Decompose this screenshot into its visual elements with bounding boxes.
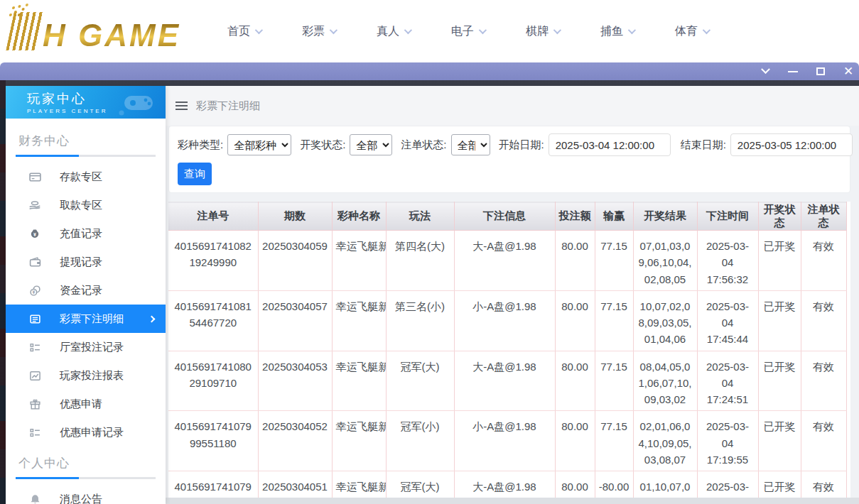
- sidebar-item-hall-bet-records[interactable]: 厅室投注记录: [6, 333, 166, 361]
- sidebar-item-label: 优惠申请: [60, 398, 102, 411]
- site-header: H GAME 首页 彩票 真人 电子 棋牌 捕鱼 体育: [0, 0, 859, 62]
- cell-amount: 80.00: [555, 231, 595, 291]
- table-row: 401569174108219249990 20250304059 幸运飞艇新 …: [168, 231, 846, 291]
- col-header: 投注额: [555, 202, 595, 231]
- hand-coin-icon: [28, 199, 41, 212]
- cell-bet-id: 401569174108219249990: [168, 231, 258, 291]
- col-header: 彩种名称: [332, 202, 386, 231]
- cell-lottery-name: 幸运飞艇新: [332, 231, 386, 291]
- sidebar-item-label: 彩票下注明细: [60, 312, 124, 326]
- cell-bet-id: 401569174108154467720: [168, 290, 258, 351]
- nav-item-fishing[interactable]: 捕鱼: [600, 24, 634, 39]
- window-frame: 玩家中心 PLAYERS CENTER 财务中心: [0, 80, 859, 504]
- nav-label: 电子: [451, 24, 474, 39]
- col-header: 输赢: [595, 202, 633, 231]
- end-date-input[interactable]: [730, 133, 853, 156]
- cell-play: 第四名(大): [386, 231, 454, 291]
- cell-draw-result: 08,04,05,01,06,07,10,09,03,02: [633, 351, 697, 411]
- main-content: 彩票下注明细 彩种类型: 全部彩种 开奖状态: 全部 注单状态: 全部: [166, 86, 859, 504]
- cell-bet-time: 2025-03-04 17:19:55: [697, 411, 758, 471]
- sidebar-header: 玩家中心 PLAYERS CENTER: [6, 86, 166, 119]
- collapse-window-button[interactable]: [759, 65, 772, 78]
- draw-status-label: 开奖状态:: [300, 138, 345, 152]
- nav-label: 体育: [675, 24, 698, 39]
- nav-item-lottery[interactable]: 彩票: [302, 24, 335, 39]
- section-title: 个人中心: [16, 455, 156, 471]
- chevron-down-icon: [255, 26, 263, 34]
- lottery-type-select[interactable]: 全部彩种: [227, 134, 291, 155]
- sidebar-item-promo-apply[interactable]: 优惠申请: [6, 390, 166, 418]
- brand-logo[interactable]: H GAME: [10, 12, 180, 50]
- nav-label: 彩票: [302, 24, 325, 39]
- minimize-window-button[interactable]: [787, 65, 799, 78]
- nav-item-electronic[interactable]: 电子: [451, 24, 485, 39]
- maximize-icon: [816, 67, 825, 75]
- sidebar-item-promo-apply-records[interactable]: 优惠申请记录: [6, 418, 166, 447]
- cell-bet-info: 小-A盘@1.98: [454, 411, 555, 471]
- draw-status-select[interactable]: 全部: [350, 134, 392, 155]
- cell-draw-result: 07,01,03,09,06,10,04,02,08,05: [633, 231, 697, 291]
- cell-amount: 80.00: [555, 411, 595, 471]
- nav-label: 棋牌: [526, 24, 549, 39]
- close-window-button[interactable]: ✕: [842, 65, 855, 78]
- records-icon: [28, 426, 41, 439]
- table-row: 401569174108154467720 20250304057 幸运飞艇新 …: [168, 290, 846, 351]
- cell-play: 冠军(小): [386, 411, 454, 471]
- cell-period: 20250304052: [258, 411, 332, 471]
- filter-row: 彩种类型: 全部彩种 开奖状态: 全部 注单状态: 全部 开始日期: 结束日期:: [178, 133, 841, 156]
- horizontal-scrollbar[interactable]: [166, 498, 859, 504]
- start-date-input[interactable]: [549, 133, 671, 156]
- cell-lottery-name: 幸运飞艇新: [332, 411, 386, 471]
- col-header: 下注时间: [697, 202, 758, 231]
- nav-item-chess[interactable]: 棋牌: [526, 24, 559, 39]
- col-header: 注单号: [168, 202, 258, 231]
- window-titlebar[interactable]: ✕: [0, 62, 859, 80]
- cell-winloss: 77.15: [595, 290, 633, 351]
- nav-item-home[interactable]: 首页: [227, 24, 261, 39]
- cell-draw-status: 已开奖: [758, 411, 801, 471]
- records-icon: [28, 341, 41, 354]
- bet-status-label: 注单状态:: [401, 138, 446, 152]
- sidebar-item-lottery-bet-details[interactable]: 彩票下注明细: [6, 305, 166, 333]
- lottery-type-label: 彩种类型:: [178, 138, 223, 152]
- nav-item-live[interactable]: 真人: [377, 24, 410, 39]
- col-header: 玩法: [386, 202, 454, 231]
- cell-bet-info: 大-A盘@1.98: [454, 351, 555, 411]
- chevron-down-icon: [330, 26, 337, 34]
- query-button[interactable]: 查询: [178, 163, 212, 185]
- sidebar-body: 财务中心 存款专区 取款专区: [6, 119, 166, 504]
- logo-text: H GAME: [43, 21, 180, 50]
- cell-amount: 80.00: [555, 351, 595, 411]
- section-underline: [16, 477, 156, 479]
- sidebar-item-label: 资金记录: [60, 284, 102, 297]
- bell-icon: [28, 493, 41, 504]
- table-row: 401569174108029109710 20250304053 幸运飞艇新 …: [168, 351, 846, 411]
- sidebar-item-deposit[interactable]: 存款专区: [6, 163, 166, 191]
- bet-status-select[interactable]: 全部: [451, 134, 490, 155]
- cell-bet-time: 2025-03-04 17:24:51: [697, 351, 758, 411]
- menu-toggle-icon[interactable]: [175, 102, 188, 110]
- sidebar-item-announcements[interactable]: 消息公告: [6, 485, 166, 504]
- sidebar-item-player-bet-report[interactable]: 玩家投注报表: [6, 361, 166, 390]
- cell-draw-status: 已开奖: [758, 351, 801, 411]
- cell-play: 第三名(小): [386, 290, 454, 351]
- cell-lottery-name: 幸运飞艇新: [332, 351, 386, 411]
- start-date-label: 开始日期:: [499, 138, 544, 152]
- sidebar-item-fund-records[interactable]: ¥ 资金记录: [6, 276, 166, 305]
- nav-item-sports[interactable]: 体育: [675, 24, 708, 39]
- sidebar-item-withdraw-records[interactable]: 提现记录: [6, 248, 166, 276]
- sidebar-item-label: 消息公告: [60, 493, 102, 504]
- sidebar-item-recharge-records[interactable]: ¥ 充值记录: [6, 219, 166, 248]
- maximize-window-button[interactable]: [814, 65, 827, 78]
- svg-text:¥: ¥: [33, 232, 36, 237]
- chevron-down-icon: [479, 26, 487, 34]
- wallet-icon: [28, 256, 41, 268]
- col-header: 注单状态: [801, 202, 846, 231]
- minimize-icon: [788, 71, 798, 72]
- sidebar-item-label: 取款专区: [60, 199, 102, 212]
- money-bag-icon: ¥: [28, 227, 41, 240]
- chevron-down-icon: [628, 26, 636, 34]
- sidebar-item-withdraw[interactable]: 取款专区: [6, 191, 166, 219]
- logo-bars-icon: [6, 12, 45, 50]
- cell-amount: 80.00: [555, 290, 595, 351]
